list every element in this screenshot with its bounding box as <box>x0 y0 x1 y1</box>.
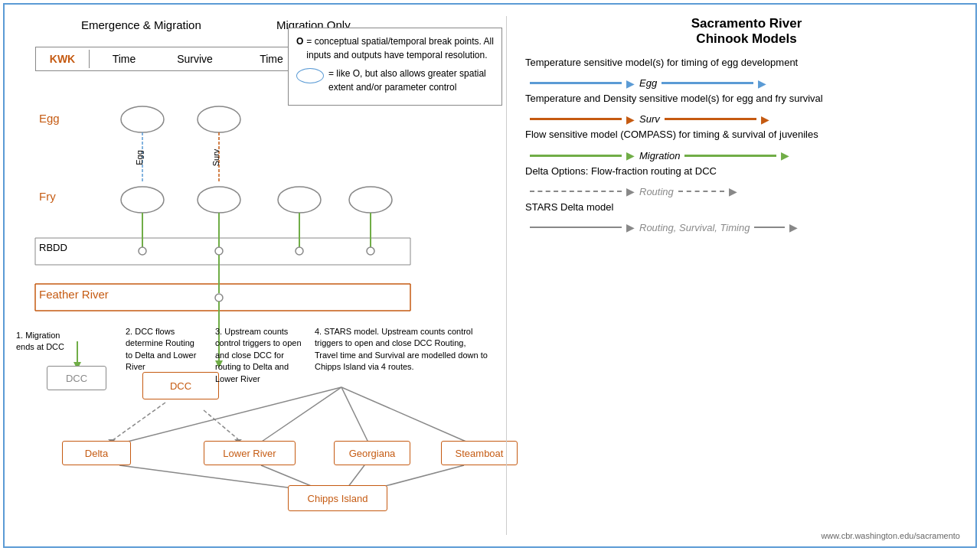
left-panel: Emergence & Migration Migration Only KWK… <box>12 12 510 539</box>
rp-text-3: Flow sensitive model (COMPASS) for timin… <box>525 128 968 142</box>
svg-point-27 <box>215 294 223 302</box>
rp-arrow-routing: ▶ Routing ▶ <box>525 186 968 197</box>
em-label: Emergence & Migration <box>81 18 201 31</box>
egg-arrow-label: Egg <box>639 77 657 89</box>
delta-box: Delta <box>62 441 131 465</box>
main-container: Emergence & Migration Migration Only KWK… <box>5 5 975 546</box>
feather-label: Feather River <box>39 288 109 301</box>
legend-ellipse-text: = like O, but also allows greater spatia… <box>328 67 494 94</box>
surv-arrow-label: Surv <box>639 113 660 125</box>
routing-arrow-line2 <box>678 191 724 192</box>
fry-label: Fry <box>39 190 56 203</box>
routing-arrow-label: Routing <box>639 186 674 197</box>
rp-section-1: Temperature sensitive model(s) for timin… <box>525 56 968 70</box>
migration-arrow-line <box>530 155 622 157</box>
egg-arrow-head: ▶ <box>626 78 635 89</box>
kwk-header: KWK <box>36 50 90 68</box>
rbdd-label: RBDD <box>39 242 67 253</box>
note2: 2. DCC flows determine Routing to Delta … <box>126 326 202 373</box>
note4: 4. STARS model. Upstream counts control … <box>315 326 491 373</box>
svg-point-23 <box>215 247 223 255</box>
rp-text-2: Temperature and Density sensitive model(… <box>525 92 968 106</box>
egg-arrow-head2: ▶ <box>758 78 766 89</box>
outer-border: Emergence & Migration Migration Only KWK… <box>3 3 977 548</box>
rp-text-4: Delta Options: Flow-fraction routing at … <box>525 165 968 178</box>
svg-line-34 <box>204 410 238 439</box>
time1-header: Time <box>90 53 158 65</box>
egg-arrow-line <box>530 82 622 84</box>
panel-divider <box>506 16 507 535</box>
migration-arrow-head: ▶ <box>626 150 635 161</box>
migration-arrow-line2 <box>684 155 776 157</box>
svg-point-17 <box>349 187 392 213</box>
legend-o-row: O = conceptual spatial/temporal break po… <box>296 34 494 62</box>
svg-line-40 <box>341 387 368 442</box>
legend-ellipse-row: = like O, but also allows greater spatia… <box>296 67 494 94</box>
surv-arrow-head2: ▶ <box>761 114 769 125</box>
stars-arrow-head: ▶ <box>626 222 635 233</box>
dcc2-box: DCC <box>142 372 219 399</box>
svg-text:Egg: Egg <box>135 150 144 165</box>
rp-section-5: STARS Delta model <box>525 201 968 214</box>
svg-point-14 <box>121 187 164 213</box>
rp-section-2: Temperature and Density sensitive model(… <box>525 92 968 106</box>
routing-arrow-line <box>530 191 622 192</box>
svg-line-44 <box>119 465 311 491</box>
dcc1-box: DCC <box>47 366 106 390</box>
routing-arrow-head2: ▶ <box>729 186 737 197</box>
svg-line-38 <box>257 387 341 445</box>
rp-text-1: Temperature sensitive model(s) for timin… <box>525 56 968 70</box>
rp-arrow-surv: ▶ Surv ▶ <box>525 113 968 125</box>
note1: 1. Migration ends at DCC <box>16 330 77 354</box>
website-url: www.cbr.washington.edu/sacramento <box>821 531 960 540</box>
svg-line-32 <box>112 403 165 441</box>
svg-line-42 <box>341 387 468 442</box>
rp-section-3: Flow sensitive model (COMPASS) for timin… <box>525 128 968 142</box>
rp-text-5: STARS Delta model <box>525 201 968 214</box>
svg-point-24 <box>296 247 303 255</box>
legend-o-text: = conceptual spatial/temporal break poin… <box>306 34 494 62</box>
rp-arrow-migration: ▶ Migration ▶ <box>525 150 968 161</box>
lower-river-box: Lower River <box>204 441 296 465</box>
surv-arrow-line2 <box>665 118 756 120</box>
egg-label: Egg <box>39 112 60 125</box>
rp-section-4: Delta Options: Flow-fraction routing at … <box>525 165 968 178</box>
rp-arrow-stars: ▶ Routing, Survival, Timing ▶ <box>525 222 968 233</box>
migration-arrow-label: Migration <box>639 150 680 161</box>
svg-point-9 <box>198 106 240 132</box>
svg-point-22 <box>139 247 146 255</box>
svg-point-25 <box>367 247 374 255</box>
surv-arrow-head: ▶ <box>626 114 635 125</box>
stars-arrow-label: Routing, Survival, Timing <box>639 222 750 233</box>
surv1-header: Survive <box>158 53 231 65</box>
stars-arrow-line2 <box>754 227 785 228</box>
routing-arrow-head: ▶ <box>626 186 635 197</box>
svg-point-15 <box>198 187 240 213</box>
georgiana-box: Georgiana <box>334 441 410 465</box>
legend-ellipse-symbol <box>296 68 324 83</box>
stars-arrow-head2: ▶ <box>789 222 798 233</box>
right-panel: Sacramento River Chinook Models Temperat… <box>510 12 968 539</box>
migration-arrow-head2: ▶ <box>781 150 789 161</box>
svg-point-16 <box>278 187 321 213</box>
chipps-box: Chipps Island <box>288 485 387 511</box>
stars-arrow-line <box>530 227 622 228</box>
legend-o-symbol: O <box>296 34 303 48</box>
note3: 3. Upstream counts control triggers to o… <box>215 326 307 385</box>
svg-point-8 <box>121 106 164 132</box>
rp-arrow-egg: ▶ Egg ▶ <box>525 77 968 89</box>
rp-title: Sacramento River Chinook Models <box>525 16 968 47</box>
legend-box: O = conceptual spatial/temporal break po… <box>288 28 502 106</box>
surv-arrow-line <box>530 118 622 120</box>
svg-text:Surv: Surv <box>211 148 220 166</box>
egg-arrow-line2 <box>662 82 753 84</box>
